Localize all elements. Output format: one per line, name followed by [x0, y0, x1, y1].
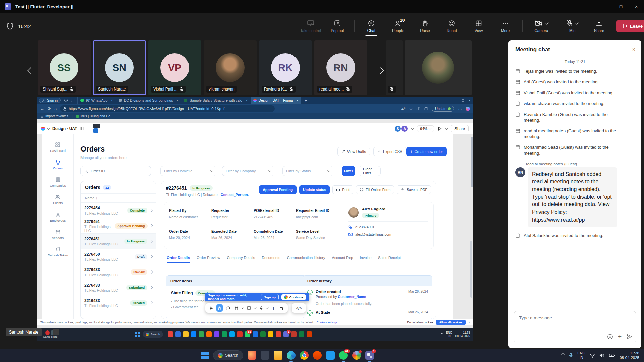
app-icon[interactable] — [291, 331, 297, 337]
volume-icon[interactable] — [599, 353, 605, 358]
view-drafts-button[interactable]: View Drafts — [337, 147, 370, 156]
browser-maximize-icon[interactable]: □ — [462, 98, 464, 102]
video-tile[interactable]: SN Santosh Narate — [93, 40, 146, 95]
react-button[interactable]: React — [440, 15, 464, 37]
shared-search-box[interactable]: Search — [143, 331, 163, 338]
tray-mic-icon[interactable] — [569, 353, 573, 358]
fill-online-form-button[interactable]: Fill Online Form — [356, 185, 394, 194]
present-icon[interactable] — [437, 126, 442, 131]
video-tile[interactable]: VP Vishal Patil ... — [148, 40, 201, 95]
more-button[interactable]: More — [493, 15, 518, 37]
browser-tab-active[interactable]: Design - UAT – Figma× — [251, 97, 301, 104]
split-screen-icon[interactable] — [416, 107, 420, 111]
chat-compose-box[interactable]: + — [514, 311, 636, 343]
figma-menu-chevron-icon[interactable] — [47, 127, 50, 129]
google-continue-button[interactable]: Continue — [281, 294, 306, 300]
app-icon[interactable] — [307, 331, 312, 337]
create-new-order-button[interactable]: + Create new order — [406, 147, 447, 156]
order-row[interactable]: 2279451TL Flex Holdings LLC Approval Pen… — [81, 218, 156, 233]
mic-chevron-icon[interactable] — [575, 21, 578, 24]
address-bar[interactable]: https://www.figma.com/design/9BKQ0FOHRWa… — [60, 105, 275, 112]
component-tool-icon[interactable] — [279, 304, 285, 312]
sidebar-item-dashboard[interactable]: Dashboard — [50, 142, 65, 153]
sidebar-item-clients[interactable]: Clients — [53, 194, 63, 205]
app-icon[interactable] — [191, 331, 196, 337]
zoom-control[interactable]: 94% — [417, 125, 434, 132]
tray-expand-icon[interactable] — [441, 332, 443, 335]
app-icon[interactable] — [276, 331, 281, 337]
video-tile[interactable]: SS Shivani Sup... — [38, 40, 91, 95]
order-row-selected[interactable]: 2276451TL Flex Holdings LLC In Progress — [81, 233, 156, 249]
app-icon[interactable] — [222, 331, 227, 337]
order-row[interactable]: 2276433TL Flex Holdings LLC Submitted — [81, 280, 156, 295]
bookmark-item[interactable]: Bills | Billing and Co... — [76, 114, 113, 118]
sign-up-button[interactable]: Sign up — [261, 294, 279, 300]
video-tile-partial[interactable] — [386, 40, 403, 95]
tiles-prev-icon[interactable] — [27, 67, 34, 74]
tab-order-details[interactable]: Order Details — [167, 256, 190, 263]
minimize-button[interactable]: — — [598, 0, 613, 13]
approval-pending-button[interactable]: Approval Pending — [259, 185, 297, 194]
clock[interactable]: 11:3808-04-2025 — [620, 351, 639, 360]
chat-message-input[interactable] — [519, 315, 628, 320]
filter-company-select[interactable]: Filter by Company — [222, 166, 274, 176]
firefox-icon[interactable] — [248, 351, 256, 360]
tab-close-icon[interactable]: × — [246, 98, 248, 102]
pop-out-button[interactable]: Pop out — [325, 15, 350, 37]
figma-logo-icon[interactable] — [41, 127, 45, 131]
filter-domicile-select[interactable]: Filter by Domicile — [160, 166, 216, 176]
tab-actions-icon[interactable] — [71, 98, 75, 102]
app-icon[interactable] — [229, 331, 235, 337]
people-button[interactable]: 10 People — [386, 15, 410, 37]
order-row[interactable]: 2276433TL Flex Holdings LLC Review — [81, 264, 156, 280]
browser-tab[interactable]: (6) WhatsApp× — [77, 97, 116, 104]
leave-button[interactable]: Leave — [616, 20, 644, 32]
allow-cookies-button[interactable]: Allow all cookies — [436, 320, 466, 325]
edge-icon[interactable] — [287, 351, 296, 360]
titlebar-more-icon[interactable]: … — [582, 0, 598, 13]
filter-status-select[interactable]: Filter by Status — [282, 166, 333, 176]
vscode-icon[interactable] — [326, 351, 335, 360]
tab-invoice[interactable]: Invoice — [360, 256, 371, 263]
browser-close-icon[interactable]: × — [469, 98, 471, 102]
raise-hand-button[interactable]: Raise — [413, 15, 437, 37]
teams-icon[interactable]: 1 — [365, 351, 374, 360]
save-as-pdf-button[interactable]: Save as PDF — [397, 185, 431, 194]
update-button[interactable]: Update — [432, 106, 454, 112]
browser-profile-button[interactable]: Sign in — [39, 98, 61, 103]
video-tile[interactable]: RK Ravindra K... — [259, 40, 312, 95]
figma-doc-title[interactable]: Design - UAT — [52, 126, 77, 131]
browser-tab[interactable]: Sample Salary Structure with calc× — [181, 97, 250, 104]
app-icon[interactable] — [183, 331, 189, 337]
language-indicator[interactable]: ENGIN — [577, 351, 585, 359]
home-icon[interactable]: ⌂ — [54, 106, 57, 111]
workspaces-icon[interactable] — [64, 98, 68, 102]
brave-icon[interactable] — [313, 351, 322, 360]
order-id-search[interactable] — [80, 166, 151, 176]
taskbar-search[interactable]: Search — [213, 350, 243, 360]
deny-cookies-button[interactable]: Do not allow cookies — [407, 321, 433, 324]
browser-more-icon[interactable]: … — [458, 106, 462, 111]
contact-email[interactable]: alex@vstatefilings.com — [355, 232, 391, 236]
figma-share-button[interactable]: Share — [451, 125, 469, 132]
pages-panel-icon[interactable] — [80, 126, 84, 131]
app-icon[interactable] — [168, 331, 173, 337]
wifi-icon[interactable] — [590, 353, 595, 358]
move-tool-icon[interactable] — [208, 304, 214, 312]
tab-order-preview[interactable]: Order Preview — [197, 256, 220, 263]
pen-tool-icon[interactable] — [258, 304, 264, 312]
order-row[interactable]: 2276450TL Flex Holdings LLC Draft — [81, 249, 156, 264]
whatsapp-mini-icon[interactable]: 81 — [245, 331, 250, 337]
clear-filter-button[interactable]: Clear Filter — [359, 166, 381, 176]
read-aloud-icon[interactable]: A)) — [401, 107, 405, 111]
sort-icon[interactable]: ↓ — [96, 196, 97, 200]
tiles-next-icon[interactable] — [377, 67, 384, 74]
teams-mini-icon[interactable]: 1 — [283, 331, 289, 337]
view-button[interactable]: View — [467, 15, 491, 37]
app-icon[interactable] — [175, 331, 181, 337]
pin-share-button[interactable]: + — [53, 329, 59, 335]
print-button[interactable]: Print — [332, 185, 353, 194]
hand-tool-icon[interactable] — [216, 304, 223, 312]
order-row[interactable]: 2216433TL Flex Holdings LLC Created — [81, 295, 156, 310]
collections-icon[interactable] — [424, 107, 428, 111]
